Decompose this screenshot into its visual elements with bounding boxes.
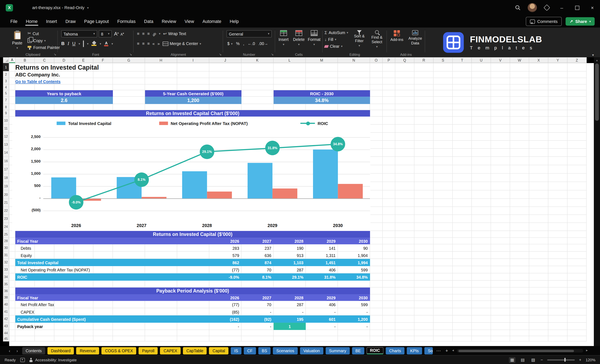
align-bottom-icon[interactable]: ≡ xyxy=(147,31,150,36)
sheet-tab-contents[interactable]: Contents xyxy=(22,347,45,354)
sheet-tab-cogs-opex[interactable]: COGS & OPEX xyxy=(102,347,136,354)
orientation-button[interactable]: ab xyxy=(152,31,156,36)
dialog-launcher-icon[interactable]: ↘ xyxy=(130,53,132,56)
font-color-button[interactable]: A xyxy=(104,41,108,46)
row-header-16[interactable]: 16 xyxy=(3,157,9,165)
sheet-tab-so[interactable]: So xyxy=(424,347,433,354)
decrease-font-button[interactable]: A▾ xyxy=(121,31,124,37)
zoom-slider-thumb[interactable] xyxy=(564,358,565,362)
close-button[interactable]: × xyxy=(585,0,600,15)
horizontal-scrollbar[interactable] xyxy=(457,349,583,353)
column-header-V[interactable]: V xyxy=(491,57,510,63)
addins-button[interactable]: Add-ins xyxy=(388,30,406,52)
row-header-33[interactable]: 33 xyxy=(3,266,9,273)
align-middle-icon[interactable]: ≡ xyxy=(142,31,144,36)
accounting-format-button[interactable]: $▾ xyxy=(227,41,233,46)
hscroll-right-arrow[interactable]: ▸ xyxy=(586,348,588,352)
column-header-H[interactable]: H xyxy=(145,57,177,63)
row-header-20[interactable]: 20 xyxy=(3,191,9,199)
row-header-25[interactable]: 25 xyxy=(3,231,9,238)
row-header-5[interactable]: 5 xyxy=(3,90,9,97)
zoom-in-button[interactable]: + xyxy=(579,357,581,362)
sheet-tab-cf[interactable]: CF xyxy=(244,347,256,354)
column-header-L[interactable]: L xyxy=(273,57,306,63)
row-header-30[interactable]: 30 xyxy=(3,244,9,252)
sheet-tab-revenue[interactable]: Revenue xyxy=(76,347,99,354)
macro-record-icon[interactable] xyxy=(20,358,25,362)
copy-button[interactable]: Copy▾ xyxy=(28,38,46,43)
row-header-43[interactable]: 43 xyxy=(3,323,9,330)
row-header-38[interactable]: 38 xyxy=(3,294,9,301)
search-button[interactable] xyxy=(510,0,525,15)
column-header-Z[interactable]: Z xyxy=(568,57,587,63)
row-header-44[interactable]: 44 xyxy=(3,330,9,336)
cut-button[interactable]: ✂Cut xyxy=(28,31,39,36)
column-header-U[interactable]: U xyxy=(472,57,491,63)
column-header-W[interactable]: W xyxy=(510,57,529,63)
decrease-indent-button[interactable]: « xyxy=(152,41,155,46)
row-header-8[interactable]: 8 xyxy=(3,104,9,110)
align-top-icon[interactable]: ≡ xyxy=(137,31,140,36)
row-header-7[interactable]: 7 xyxy=(3,97,9,104)
column-header-N[interactable]: N xyxy=(338,57,370,63)
column-header-P[interactable]: P xyxy=(383,57,395,63)
maximize-button[interactable] xyxy=(569,0,585,15)
sheet-tab-capex[interactable]: CAPEX xyxy=(160,347,181,354)
underline-button[interactable]: U xyxy=(72,41,75,46)
autosum-button[interactable]: ΣAutoSum▾ xyxy=(324,30,348,35)
vertical-scrollbar-thumb[interactable] xyxy=(595,64,599,121)
document-title[interactable]: art-therapy.xlsx - Read-Only ▾ xyxy=(32,5,88,10)
minimize-button[interactable]: – xyxy=(554,0,569,15)
decrease-decimal-button[interactable]: .00→ xyxy=(258,41,268,46)
column-header-S[interactable]: S xyxy=(433,57,453,63)
comma-style-button[interactable]: , xyxy=(243,41,244,46)
menu-tab-page-layout[interactable]: Page Layout xyxy=(80,17,113,27)
align-left-icon[interactable]: ≡ xyxy=(137,41,140,46)
row-header-1[interactable]: 1 xyxy=(3,63,9,72)
borders-button[interactable] xyxy=(83,41,84,46)
normal-view-button[interactable]: ▦ xyxy=(509,357,515,363)
bold-button[interactable]: B xyxy=(61,41,65,46)
column-header-M[interactable]: M xyxy=(306,57,338,63)
sheet-tab-valuation[interactable]: Valuation xyxy=(300,347,323,354)
column-header-J[interactable]: J xyxy=(209,57,241,63)
column-header-X[interactable]: X xyxy=(529,57,549,63)
row-header-10[interactable]: 10 xyxy=(3,117,9,125)
delete-cells-button[interactable]: Delete▾ xyxy=(291,30,306,51)
collapse-ribbon-icon[interactable]: ▾ xyxy=(592,53,594,57)
row-header-17[interactable]: 17 xyxy=(3,165,9,174)
column-header-Y[interactable]: Y xyxy=(548,57,568,63)
page-layout-view-button[interactable]: ▤ xyxy=(520,357,526,363)
new-sheet-button[interactable]: + xyxy=(444,348,449,353)
row-header-3[interactable]: 3 xyxy=(3,78,9,84)
hscroll-left-arrow[interactable]: ◂ xyxy=(452,348,454,352)
sheet-tab-charts[interactable]: Charts xyxy=(386,347,405,354)
accessibility-status[interactable]: Accessibility: Investigate xyxy=(29,358,76,362)
zoom-level[interactable]: 120% xyxy=(586,358,595,362)
account-button[interactable] xyxy=(525,0,539,15)
column-header-D[interactable]: D xyxy=(54,57,74,63)
sheet-tab-scenarios[interactable]: Scenarios xyxy=(273,347,298,354)
sheet-tab-summary[interactable]: Summary xyxy=(326,347,350,354)
menu-tab-home[interactable]: Home xyxy=(22,17,42,27)
fill-color-button[interactable] xyxy=(92,41,97,46)
table-of-contents-link[interactable]: Go to Table of Contents xyxy=(15,78,61,84)
column-header-R[interactable]: R xyxy=(414,57,433,63)
menu-tab-review[interactable]: Review xyxy=(158,17,180,27)
column-header-B[interactable]: B xyxy=(15,57,35,63)
row-header-2[interactable]: 2 xyxy=(3,72,9,78)
row-header-40[interactable]: 40 xyxy=(3,301,9,308)
font-size-select[interactable]: 8▾ xyxy=(99,30,112,37)
dialog-launcher-icon[interactable]: ↘ xyxy=(271,53,273,56)
row-header-19[interactable]: 19 xyxy=(3,182,9,191)
row-header-28[interactable]: 28 xyxy=(3,238,9,244)
sheet-tab-kpis[interactable]: KPIs xyxy=(407,347,422,354)
menu-tab-formulas[interactable]: Formulas xyxy=(113,17,140,27)
format-painter-button[interactable]: Format Painter xyxy=(28,45,60,50)
align-right-icon[interactable]: ≡ xyxy=(147,41,150,46)
zoom-slider[interactable] xyxy=(547,359,575,361)
align-center-icon[interactable]: ≡ xyxy=(142,41,144,46)
row-header-22[interactable]: 22 xyxy=(3,207,9,215)
row-header-11[interactable]: 11 xyxy=(3,125,9,133)
menu-tab-data[interactable]: Data xyxy=(140,17,158,27)
